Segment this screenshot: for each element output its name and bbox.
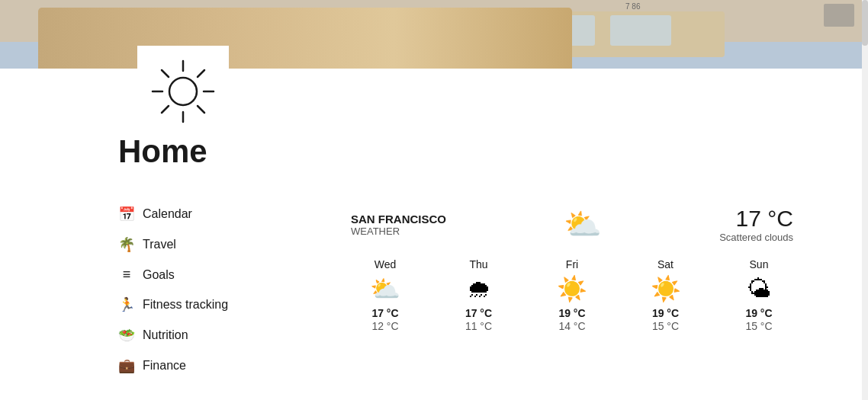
sun-icon-container [137, 46, 229, 137]
day-name-sat: Sat [657, 258, 674, 270]
nav-item-goals[interactable]: ≡ Goals [118, 267, 228, 283]
page-title-area: Home [118, 133, 207, 170]
svg-line-19 [198, 70, 204, 77]
weather-day-thu: Thu 🌧 17 °C 11 °C [445, 258, 513, 332]
weather-label: WEATHER [351, 226, 446, 237]
svg-rect-5 [229, 15, 290, 46]
svg-rect-10 [610, 15, 671, 46]
weather-current-desc: Scattered clouds [719, 232, 793, 243]
day-temps-wed: 17 °C 12 °C [371, 307, 398, 332]
weather-day-wed: Wed ⛅ 17 °C 12 °C [351, 258, 420, 332]
svg-rect-8 [458, 15, 519, 46]
day-low-thu: 11 °C [465, 320, 492, 332]
svg-rect-4 [153, 15, 214, 46]
nav-item-calendar[interactable]: 📅 Calendar [118, 206, 228, 222]
hero-image: 7 86 [0, 0, 868, 69]
weather-current-temp: 17 °C [719, 206, 793, 232]
day-high-sat: 19 °C [652, 307, 679, 319]
sun-icon [149, 57, 217, 126]
weather-city: SAN FRANCISCO [351, 213, 446, 226]
svg-rect-6 [305, 15, 366, 46]
scrollbar-thumb[interactable] [862, 0, 868, 46]
svg-line-17 [162, 70, 169, 77]
weather-day-fri: Fri ☀️ 19 °C 14 °C [538, 258, 606, 332]
nav-item-fitness[interactable]: 🏃 Fitness tracking [118, 296, 228, 313]
day-high-sun: 19 °C [745, 307, 772, 319]
svg-rect-1 [0, 42, 868, 69]
day-temps-sun: 19 °C 15 °C [745, 307, 772, 332]
svg-rect-9 [534, 15, 595, 46]
weather-current-icon: ⛅ [564, 206, 602, 242]
svg-line-18 [198, 106, 204, 113]
nav-label-finance: Finance [143, 359, 186, 373]
day-high-wed: 17 °C [371, 307, 398, 319]
nav-item-finance[interactable]: 💼 Finance [118, 357, 228, 374]
nav-label-goals: Goals [143, 268, 175, 282]
day-temps-thu: 17 °C 11 °C [465, 307, 492, 332]
nav-label-travel: Travel [143, 238, 176, 251]
svg-line-20 [162, 106, 169, 113]
goals-icon: ≡ [118, 267, 135, 283]
day-icon-sun: 🌤 [747, 277, 771, 301]
day-icon-sat: ☀️ [651, 277, 681, 301]
finance-icon: 💼 [118, 357, 135, 374]
day-name-sun: Sun [750, 258, 769, 270]
day-low-wed: 12 °C [371, 320, 398, 332]
scrollbar[interactable] [862, 0, 868, 400]
nav-item-travel[interactable]: 🌴 Travel [118, 236, 228, 253]
day-name-fri: Fri [566, 258, 578, 270]
svg-point-21 [169, 78, 197, 105]
weather-current: 17 °C Scattered clouds [719, 206, 793, 243]
sidebar-nav: 📅 Calendar 🌴 Travel ≡ Goals 🏃 Fitness tr… [118, 206, 228, 374]
day-temps-sat: 19 °C 15 °C [652, 307, 679, 332]
weather-widget: SAN FRANCISCO WEATHER ⛅ 17 °C Scattered … [351, 206, 793, 332]
day-high-fri: 19 °C [558, 307, 585, 319]
weather-header: SAN FRANCISCO WEATHER ⛅ 17 °C Scattered … [351, 206, 793, 243]
weather-day-sat: Sat ☀️ 19 °C 15 °C [632, 258, 700, 332]
nav-label-nutrition: Nutrition [143, 328, 188, 342]
day-icon-fri: ☀️ [557, 277, 587, 301]
nav-item-nutrition[interactable]: 🥗 Nutrition [118, 327, 228, 344]
nav-label-calendar: Calendar [143, 207, 192, 221]
day-low-fri: 14 °C [558, 320, 585, 332]
travel-icon: 🌴 [118, 236, 135, 253]
calendar-icon: 📅 [118, 206, 135, 222]
weather-day-sun: Sun 🌤 19 °C 15 °C [725, 258, 793, 332]
day-high-thu: 17 °C [465, 307, 492, 319]
nav-label-fitness: Fitness tracking [143, 298, 228, 312]
page-title: Home [118, 133, 207, 170]
nutrition-icon: 🥗 [118, 327, 135, 344]
hero-illustration: 7 86 [0, 0, 868, 69]
weather-days: Wed ⛅ 17 °C 12 °C Thu 🌧 17 °C 11 °C Fri … [351, 258, 793, 332]
day-name-thu: Thu [469, 258, 487, 270]
day-icon-thu: 🌧 [467, 277, 491, 301]
day-icon-wed: ⛅ [370, 277, 400, 301]
day-low-sat: 15 °C [652, 320, 679, 332]
day-low-sun: 15 °C [745, 320, 772, 332]
weather-location: SAN FRANCISCO WEATHER [351, 213, 446, 237]
fitness-icon: 🏃 [118, 296, 135, 313]
svg-text:7 86: 7 86 [625, 2, 641, 11]
svg-rect-3 [76, 15, 137, 46]
day-name-wed: Wed [375, 258, 397, 270]
svg-rect-7 [381, 15, 442, 46]
day-temps-fri: 19 °C 14 °C [558, 307, 585, 332]
svg-rect-12 [824, 4, 854, 27]
